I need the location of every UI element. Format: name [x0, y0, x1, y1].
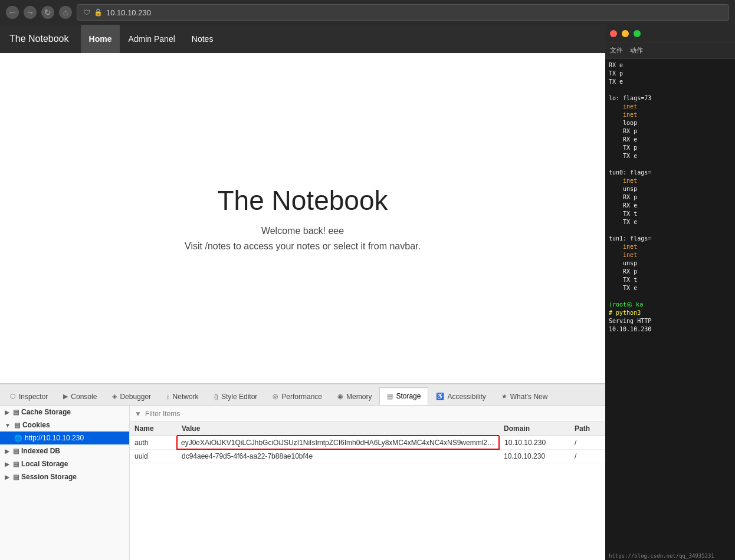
sidebar-section-indexed-db[interactable]: ▶ ▤ Indexed DB [0, 444, 129, 457]
terminal-max-btn[interactable] [634, 30, 641, 37]
tab-style-editor[interactable]: {} Style Editor [206, 387, 265, 405]
terminal-line: RX e [609, 61, 731, 70]
url-text: 10.10.10.230 [106, 8, 151, 17]
terminal-line: TX e [609, 152, 731, 160]
tab-debugger[interactable]: ◈ Debugger [104, 387, 159, 405]
cell-domain: 10.10.10.230 [499, 449, 570, 463]
terminal-serving-line: Serving HTTP [609, 317, 731, 325]
tab-whats-new[interactable]: ★ What's New [494, 387, 556, 405]
debugger-icon: ◈ [112, 393, 117, 400]
inspector-icon: ⬡ [10, 393, 16, 400]
security-icon: 🛡 [83, 8, 90, 17]
terminal-line [609, 292, 731, 301]
chevron-right-icon-3: ▶ [5, 461, 9, 467]
terminal-line: RX e [609, 202, 731, 210]
terminal-panel: 文件 动作 RX e TX p TX e lo: flags=73 inet i… [605, 25, 735, 560]
globe-icon: 🌐 [14, 434, 22, 442]
sidebar-item-cookie-url[interactable]: 🌐 http://10.10.10.230 [0, 431, 129, 444]
tab-console[interactable]: ▶ Console [55, 387, 104, 405]
network-icon: ↕ [166, 393, 170, 400]
table-header: Name Value Domain Path [130, 422, 605, 436]
local-storage-icon: ▤ [13, 460, 19, 468]
cell-value: dc94aee4-79d5-4f64-aa22-7b88ae10bf4e [177, 449, 499, 463]
terminal-python-line: # python3 [609, 309, 731, 317]
welcome-message: Welcome back! eee [261, 226, 344, 236]
cell-name: uuid [130, 449, 177, 463]
filter-icon: ▼ [134, 410, 142, 418]
session-storage-icon: ▤ [13, 473, 19, 481]
address-bar: 🛡 🔒 10.10.10.230 [77, 4, 729, 21]
nav-link-notes[interactable]: Notes [183, 25, 222, 53]
terminal-ip-line: 10.10.10.230 [609, 325, 731, 334]
terminal-line: inet [609, 103, 731, 111]
tab-network[interactable]: ↕ Network [159, 387, 206, 405]
devtools-tabs: ⬡ Inspector ▶ Console ◈ Debugger ↕ Netwo… [0, 384, 605, 406]
tab-memory[interactable]: ◉ Memory [330, 387, 379, 405]
page-body: The Notebook Welcome back! eee Visit /no… [0, 53, 605, 560]
devtools-panel: ⬡ Inspector ▶ Console ◈ Debugger ↕ Netwo… [0, 383, 605, 560]
terminal-line [609, 226, 731, 235]
back-button[interactable]: ← [6, 6, 19, 19]
filter-input[interactable] [145, 410, 601, 418]
terminal-close-btn[interactable] [610, 30, 617, 37]
tab-accessibility[interactable]: ♿ Accessibility [428, 387, 493, 405]
tab-inspector[interactable]: ⬡ Inspector [2, 387, 55, 405]
terminal-line: TX t [609, 210, 731, 218]
cell-name: auth [130, 436, 177, 449]
terminal-menu: 文件 动作 [605, 42, 735, 59]
storage-table: Name Value Domain Path auth [130, 422, 605, 560]
terminal-line: tun0: flags= [609, 169, 731, 177]
forward-button[interactable]: → [24, 6, 37, 19]
nav-link-admin[interactable]: Admin Panel [120, 25, 183, 53]
cell-path: / [570, 449, 605, 463]
terminal-line: RX p [609, 193, 731, 202]
terminal-line [609, 86, 731, 94]
tab-storage[interactable]: ▤ Storage [379, 387, 428, 405]
terminal-line: RX p [609, 127, 731, 136]
chevron-right-icon-2: ▶ [5, 448, 9, 454]
terminal-header [605, 25, 735, 42]
style-editor-icon: {} [214, 393, 218, 400]
terminal-prompt-line: (root㉿ ka [609, 301, 731, 309]
storage-icon: ▤ [387, 393, 393, 400]
sidebar-section-cache-storage[interactable]: ▶ ▤ Cache Storage [0, 406, 129, 419]
sidebar-section-session-storage[interactable]: ▶ ▤ Session Storage [0, 470, 129, 483]
terminal-min-btn[interactable] [622, 30, 629, 37]
nav-link-home[interactable]: Home [81, 25, 120, 53]
navbar-brand: The Notebook [9, 34, 69, 44]
terminal-line: loop [609, 119, 731, 127]
main-content: The Notebook Welcome back! eee Visit /no… [0, 53, 605, 383]
browser-page: The Notebook Home Admin Panel Notes The … [0, 25, 605, 560]
terminal-menu-actions[interactable]: 动作 [630, 46, 643, 55]
cookies-table: Name Value Domain Path auth [130, 422, 605, 463]
devtools-sidebar: ▶ ▤ Cache Storage ▼ ▤ Cookies 🌐 http [0, 406, 130, 560]
table-row[interactable]: uuid dc94aee4-79d5-4f64-aa22-7b88ae10bf4… [130, 449, 605, 463]
terminal-line [609, 160, 731, 169]
terminal-line: inet [609, 243, 731, 251]
terminal-line: TX e [609, 218, 731, 226]
memory-icon: ◉ [337, 393, 343, 400]
performance-icon: ◎ [273, 393, 278, 400]
console-icon: ▶ [63, 393, 68, 400]
col-value: Value [177, 422, 499, 436]
terminal-line: TX e [609, 78, 731, 86]
terminal-line: inet [609, 177, 731, 185]
terminal-line: TX e [609, 284, 731, 292]
terminal-line: TX p [609, 70, 731, 78]
tab-performance[interactable]: ◎ Performance [265, 387, 330, 405]
indexed-db-icon: ▤ [13, 447, 19, 455]
home-button[interactable]: ⌂ [59, 6, 72, 19]
col-domain: Domain [499, 422, 570, 436]
chevron-down-icon: ▼ [5, 422, 11, 429]
terminal-line: tun1: flags= [609, 235, 731, 243]
sidebar-section-cookies[interactable]: ▼ ▤ Cookies [0, 419, 129, 431]
refresh-button[interactable]: ↻ [41, 6, 54, 19]
terminal-line: RX e [609, 136, 731, 144]
devtools-main-panel: ▼ Name Value Domain [130, 406, 605, 560]
table-row[interactable]: auth eyJ0eXAiOiJKV1QiLCJhbGciOiJSUzI1NiI… [130, 436, 605, 449]
sidebar-section-local-storage[interactable]: ▶ ▤ Local Storage [0, 457, 129, 470]
col-name: Name [130, 422, 177, 436]
visit-message: Visit /notes to access your notes or sel… [185, 241, 421, 252]
terminal-menu-file[interactable]: 文件 [610, 46, 623, 55]
whats-new-icon: ★ [501, 393, 507, 400]
